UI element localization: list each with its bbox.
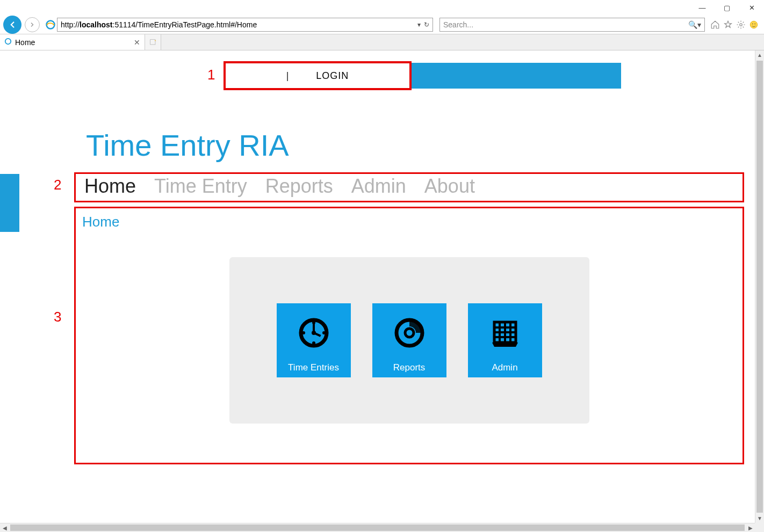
calendar-icon xyxy=(488,303,522,362)
ie-tab-icon xyxy=(4,38,12,47)
login-bar[interactable]: | LOGIN xyxy=(224,61,412,90)
svg-rect-6 xyxy=(150,39,155,44)
main-nav-region: 2 Home Time Entry Reports Admin About xyxy=(74,172,744,202)
close-window-button[interactable]: ✕ xyxy=(739,0,764,15)
svg-point-5 xyxy=(5,39,11,45)
nav-reports[interactable]: Reports xyxy=(265,175,333,198)
annotation-1: 1 xyxy=(207,67,215,83)
page-content: 1 | LOGIN Time Entry RIA 2 Home Time Ent… xyxy=(0,50,755,523)
tab-strip: Home ✕ xyxy=(0,34,764,50)
tile-label: Reports xyxy=(393,362,426,373)
nav-home[interactable]: Home xyxy=(84,175,136,198)
svg-point-11 xyxy=(312,321,315,324)
app-title: Time Entry RIA xyxy=(86,128,744,163)
favorites-icon[interactable] xyxy=(723,20,733,30)
tile-label: Time Entries xyxy=(288,362,339,373)
back-button[interactable] xyxy=(3,16,21,34)
scroll-down-icon[interactable]: ▼ xyxy=(755,514,764,523)
search-placeholder: Search... xyxy=(443,20,688,29)
new-tab-button[interactable] xyxy=(145,34,161,50)
content-region: 3 Home Time Entries Reports xyxy=(74,207,744,464)
tile-label: Admin xyxy=(492,362,517,373)
horizontal-scrollbar[interactable]: ◀ ▶ xyxy=(0,523,755,532)
arrow-left-icon xyxy=(8,20,17,30)
search-icon[interactable]: 🔍▾ xyxy=(688,20,701,29)
search-box[interactable]: Search... 🔍▾ xyxy=(439,18,705,32)
header-accent-bar xyxy=(412,63,621,89)
svg-point-1 xyxy=(740,23,743,26)
browser-right-icons xyxy=(705,20,764,30)
tile-reports[interactable]: Reports xyxy=(372,303,446,377)
scroll-up-icon[interactable]: ▲ xyxy=(755,50,764,60)
settings-icon[interactable] xyxy=(736,20,746,30)
smiley-icon[interactable] xyxy=(749,20,759,30)
login-label: LOGIN xyxy=(316,70,349,82)
tab-close-icon[interactable]: ✕ xyxy=(134,38,140,47)
tab-title: Home xyxy=(15,38,35,47)
vertical-scrollbar[interactable]: ▲ ▼ xyxy=(755,50,764,523)
maximize-button[interactable]: ▢ xyxy=(715,0,739,15)
login-bar-region: 1 | LOGIN xyxy=(224,61,744,90)
svg-point-3 xyxy=(752,23,753,24)
forward-button[interactable] xyxy=(25,17,40,32)
svg-point-16 xyxy=(405,329,414,337)
svg-point-12 xyxy=(322,331,326,334)
svg-point-2 xyxy=(750,21,758,28)
dropdown-icon[interactable]: ▾ xyxy=(417,21,421,28)
ie-logo-icon xyxy=(45,19,56,30)
page-viewport: 1 | LOGIN Time Entry RIA 2 Home Time Ent… xyxy=(0,50,755,523)
minimize-button[interactable]: — xyxy=(690,0,715,15)
annotation-2: 2 xyxy=(54,177,61,193)
scroll-right-icon[interactable]: ▶ xyxy=(746,523,755,532)
login-separator: | xyxy=(286,70,290,82)
scroll-thumb-horizontal[interactable] xyxy=(10,524,745,531)
nav-admin[interactable]: Admin xyxy=(351,175,406,198)
nav-time-entry[interactable]: Time Entry xyxy=(154,175,247,198)
clock-icon xyxy=(297,303,331,362)
svg-point-13 xyxy=(302,331,305,334)
address-bar[interactable]: http://localhost:51114/TimeEntryRiaTestP… xyxy=(57,18,433,32)
scroll-thumb-vertical[interactable] xyxy=(756,61,763,513)
content-box: Home Time Entries Reports xyxy=(74,207,744,464)
svg-point-14 xyxy=(312,341,315,345)
svg-point-4 xyxy=(755,23,756,24)
section-title: Home xyxy=(82,214,736,230)
tile-admin[interactable]: Admin xyxy=(468,303,542,377)
browser-tab[interactable]: Home ✕ xyxy=(0,34,145,50)
main-nav: Home Time Entry Reports Admin About xyxy=(74,172,744,202)
scroll-left-icon[interactable]: ◀ xyxy=(0,523,9,532)
arrow-right-icon xyxy=(29,21,35,28)
tile-time-entries[interactable]: Time Entries xyxy=(277,303,351,377)
refresh-icon[interactable]: ↻ xyxy=(424,21,429,28)
new-tab-icon xyxy=(149,38,157,47)
browser-toolbar: http://localhost:51114/TimeEntryRiaTestP… xyxy=(0,15,764,34)
nav-about[interactable]: About xyxy=(424,175,475,198)
url-text: http://localhost:51114/TimeEntryRiaTestP… xyxy=(61,20,417,29)
window-controls: — ▢ ✕ xyxy=(690,0,764,15)
scroll-corner xyxy=(755,523,764,532)
tile-panel: Time Entries Reports xyxy=(229,257,589,424)
home-icon[interactable] xyxy=(710,20,720,30)
accent-side-bar xyxy=(0,174,19,232)
annotation-3: 3 xyxy=(54,309,61,325)
disc-icon xyxy=(392,303,427,362)
